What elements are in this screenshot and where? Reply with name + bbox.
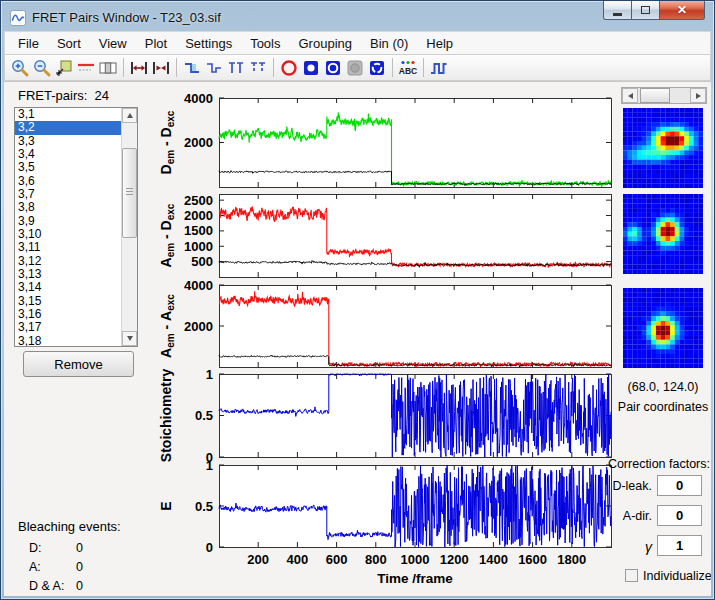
list-item-pair[interactable]: 3,5 [15, 161, 121, 174]
menu-item-view[interactable]: View [90, 33, 136, 54]
menu-item-plot[interactable]: Plot [136, 33, 176, 54]
compress-x-icon[interactable] [150, 57, 172, 79]
titlebar[interactable]: FRET Pairs Window - T23_03.sif ✕ [4, 4, 711, 31]
square-wave-icon[interactable] [428, 57, 450, 79]
square-dot-icon[interactable] [300, 57, 322, 79]
slider-right-arrow[interactable] [690, 88, 706, 103]
svg-text:1400: 1400 [479, 552, 508, 567]
toolbar-separator [123, 58, 124, 77]
menu-item-help[interactable]: Help [417, 33, 462, 54]
bleach-da-value: 0 [76, 579, 83, 593]
list-item-pair[interactable]: 3,18 [15, 335, 121, 346]
fret-pairs-listbox[interactable]: 3,13,23,33,43,53,63,73,83,93,103,113,123… [14, 107, 138, 347]
window: FRET Pairs Window - T23_03.sif ✕ FileSor… [0, 0, 715, 600]
remove-button[interactable]: Remove [23, 351, 134, 377]
toolbar: ABC [4, 55, 711, 81]
columns-icon[interactable] [97, 57, 119, 79]
maximize-button[interactable] [632, 1, 660, 20]
list-item-pair[interactable]: 3,7 [15, 188, 121, 201]
step-double-icon[interactable] [225, 57, 247, 79]
square-disabled-icon[interactable] [344, 57, 366, 79]
svg-text:500: 500 [191, 254, 213, 269]
menu-item-sort[interactable]: Sort [48, 33, 90, 54]
list-item-pair[interactable]: 3,11 [15, 241, 121, 254]
stoichiometry-plot: 00.51Stoichiometry [158, 367, 611, 465]
svg-text:ABC: ABC [399, 66, 417, 76]
svg-text:0.5: 0.5 [195, 499, 213, 514]
zoom-out-icon[interactable] [31, 57, 53, 79]
arrow-down-icon [127, 336, 133, 341]
correction-factors-title: Correction factors: [604, 457, 710, 471]
svg-text:1800: 1800 [557, 552, 586, 567]
arrow-right-icon [696, 93, 701, 99]
square-ring-icon[interactable] [322, 57, 344, 79]
step-fill-icon[interactable] [181, 57, 203, 79]
zoom-in-icon[interactable] [9, 57, 31, 79]
fret-pairs-label: FRET-pairs: 24 [18, 88, 109, 103]
list-item-pair[interactable]: 3,13 [15, 268, 121, 281]
gamma-field[interactable] [657, 535, 702, 556]
toolbar-separator [176, 58, 177, 77]
close-icon: ✕ [677, 3, 687, 17]
fret-pairs-list: 3,13,23,33,43,53,63,73,83,93,103,113,123… [15, 108, 121, 346]
svg-text:1000: 1000 [401, 552, 430, 567]
list-item-pair[interactable]: 3,10 [15, 228, 121, 241]
menu-item-grouping[interactable]: Grouping [290, 33, 361, 54]
list-item-pair[interactable]: 3,6 [15, 175, 121, 188]
list-scrollbar[interactable] [121, 108, 137, 346]
window-title: FRET Pairs Window - T23_03.sif [32, 10, 221, 25]
d-leak-field[interactable] [657, 475, 702, 496]
pair-coordinates-label: Pair coordinates [613, 400, 711, 414]
menu-item-settings[interactable]: Settings [176, 33, 241, 54]
scroll-thumb[interactable] [122, 148, 137, 238]
abc-labels-icon[interactable]: ABC [397, 57, 419, 79]
arrow-up-icon [127, 113, 133, 118]
list-item-pair[interactable]: 3,14 [15, 281, 121, 294]
line-profile-icon[interactable] [75, 57, 97, 79]
step-line-icon[interactable] [203, 57, 225, 79]
svg-text:1: 1 [206, 458, 213, 473]
waveform-app-icon [10, 10, 26, 26]
menu-item-bin-0[interactable]: Bin (0) [361, 33, 417, 54]
step-double-dashed-icon[interactable] [247, 57, 269, 79]
svg-text:Time /frame: Time /frame [377, 571, 453, 586]
pair-coordinates-value: (68.0, 124.0) [613, 380, 711, 394]
list-item-pair[interactable]: 3,3 [15, 135, 121, 148]
list-item-pair[interactable]: 3,4 [15, 148, 121, 161]
svg-text:2000: 2000 [184, 319, 213, 334]
svg-text:1600: 1600 [518, 552, 547, 567]
menu-item-file[interactable]: File [9, 33, 48, 54]
list-item-pair[interactable]: 3,15 [15, 295, 121, 308]
list-item-pair[interactable]: 3,1 [15, 108, 121, 121]
list-item-pair[interactable]: 3,8 [15, 201, 121, 214]
maximize-icon [641, 6, 650, 14]
window-controls: ✕ [603, 1, 705, 20]
individualized-checkbox[interactable] [625, 569, 638, 582]
svg-text:2000: 2000 [184, 208, 213, 223]
svg-text:E: E [158, 501, 174, 510]
close-button[interactable]: ✕ [660, 1, 705, 20]
circle-outline-red-icon[interactable] [278, 57, 300, 79]
individualized-label: Individualized [643, 569, 711, 583]
svg-text:4000: 4000 [184, 278, 213, 293]
d-leak-label: D-leak. [594, 479, 652, 493]
slider-thumb[interactable] [640, 88, 670, 103]
main-content: FRET-pairs: 24 3,13,23,33,43,53,63,73,83… [4, 81, 711, 596]
list-item-pair[interactable]: 3,17 [15, 321, 121, 334]
square-gap-icon[interactable] [366, 57, 388, 79]
list-item-pair[interactable]: 3,16 [15, 308, 121, 321]
scroll-up-arrow[interactable] [122, 108, 137, 123]
region-select-icon[interactable] [53, 57, 75, 79]
list-item-pair[interactable]: 3,9 [15, 215, 121, 228]
list-item-pair[interactable]: 3,12 [15, 255, 121, 268]
scroll-down-arrow[interactable] [122, 331, 137, 346]
slider-left-arrow[interactable] [622, 88, 638, 103]
minimize-button[interactable] [603, 1, 632, 20]
list-item-pair[interactable]: 3,2 [15, 121, 121, 134]
a-dir-field[interactable] [657, 505, 702, 526]
bleach-da-label: D & A: [29, 579, 64, 593]
expand-x-icon[interactable] [128, 57, 150, 79]
thumb-grip [126, 191, 133, 192]
menu-item-tools[interactable]: Tools [241, 33, 289, 54]
pair-slider[interactable] [621, 87, 707, 104]
